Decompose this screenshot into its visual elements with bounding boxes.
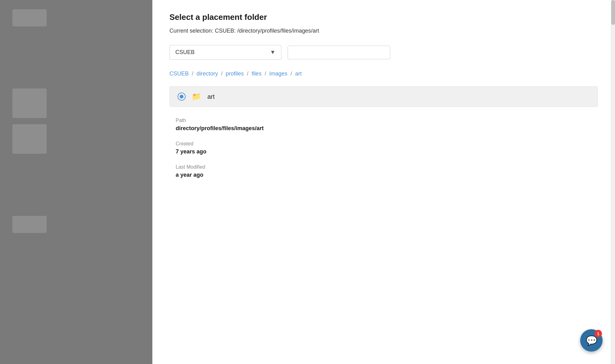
- folder-radio-art[interactable]: [178, 93, 186, 101]
- breadcrumb-sep-2: /: [221, 71, 223, 77]
- breadcrumb-item-art[interactable]: art: [295, 71, 302, 77]
- dropdown-arrow-icon: ▼: [270, 49, 275, 56]
- breadcrumb-item-files[interactable]: files: [252, 71, 261, 77]
- created-value: 7 years ago: [176, 148, 592, 155]
- folder-item-art[interactable]: 📁 art: [170, 87, 598, 107]
- left-panel: [0, 0, 152, 364]
- breadcrumb-sep-3: /: [247, 71, 248, 77]
- breadcrumb-sep-5: /: [290, 71, 292, 77]
- path-detail: Path directory/profiles/files/images/art: [176, 118, 592, 132]
- chat-button[interactable]: 💬 1: [580, 329, 603, 352]
- search-input[interactable]: [288, 46, 390, 59]
- breadcrumb-item-images[interactable]: images: [269, 71, 287, 77]
- scrollbar-thumb[interactable]: [611, 0, 615, 25]
- controls-row: CSUEB ▼: [169, 45, 598, 60]
- current-selection-text: Current selection: CSUEB: /directory/pro…: [169, 28, 598, 34]
- created-label: Created: [176, 141, 592, 147]
- breadcrumb-sep-4: /: [265, 71, 266, 77]
- dialog-title: Select a placement folder: [169, 12, 598, 22]
- chat-badge: 1: [594, 330, 602, 337]
- path-value: directory/profiles/files/images/art: [176, 125, 592, 132]
- radio-inner: [180, 95, 183, 98]
- folder-list: 📁 art: [169, 86, 598, 107]
- breadcrumb: CSUEB / directory / profiles / files / i…: [169, 71, 598, 77]
- breadcrumb-sep-1: /: [192, 71, 193, 77]
- details-section: Path directory/profiles/files/images/art…: [169, 118, 598, 188]
- folder-name: art: [207, 93, 215, 100]
- left-block-bot: [12, 216, 47, 233]
- modified-label: Last Modified: [176, 164, 592, 170]
- created-detail: Created 7 years ago: [176, 141, 592, 155]
- folder-icon: 📁: [192, 92, 201, 101]
- modified-detail: Last Modified a year ago: [176, 164, 592, 178]
- left-block-mid2: [12, 124, 47, 154]
- dropdown-value: CSUEB: [175, 49, 195, 56]
- breadcrumb-item-csueb[interactable]: CSUEB: [169, 71, 189, 77]
- breadcrumb-item-directory[interactable]: directory: [197, 71, 218, 77]
- breadcrumb-item-profiles[interactable]: profiles: [226, 71, 244, 77]
- modified-value: a year ago: [176, 172, 592, 178]
- left-block-mid1: [12, 89, 47, 118]
- left-block-top: [12, 9, 47, 26]
- chat-icon: 💬: [586, 335, 597, 346]
- dialog-panel: Select a placement folder Current select…: [152, 0, 615, 364]
- path-label: Path: [176, 118, 592, 123]
- site-dropdown[interactable]: CSUEB ▼: [169, 45, 281, 60]
